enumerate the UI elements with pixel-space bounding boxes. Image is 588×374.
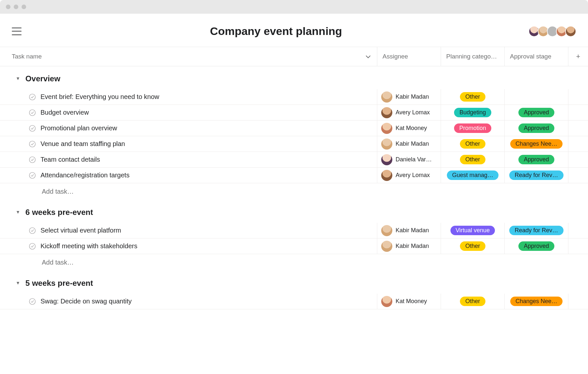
- task-row[interactable]: Kickoff meeting with stakeholdersKabir M…: [0, 238, 588, 254]
- stage-pill: Approved: [518, 123, 554, 133]
- section-title: 5 weeks pre-event: [25, 279, 93, 288]
- task-row[interactable]: Attendance/registration targetsAvery Lom…: [0, 168, 588, 183]
- category-cell[interactable]: Promotion: [441, 121, 505, 136]
- task-title-cell[interactable]: Team contact details: [0, 152, 377, 167]
- stage-cell[interactable]: Approved: [505, 152, 568, 167]
- task-title-cell[interactable]: Select virtual event platform: [0, 223, 377, 238]
- stage-cell[interactable]: Changes Nee…: [505, 136, 568, 152]
- triangle-down-icon[interactable]: ▼: [16, 76, 20, 81]
- section-header[interactable]: ▼6 weeks pre-event: [0, 200, 588, 223]
- task-title-cell[interactable]: Budget overview: [0, 105, 377, 120]
- svg-point-4: [29, 156, 35, 162]
- assignee-cell[interactable]: Avery Lomax: [377, 168, 441, 183]
- row-spacer: [568, 136, 588, 152]
- task-row[interactable]: Promotional plan overviewKat MooneyPromo…: [0, 121, 588, 136]
- stage-cell[interactable]: Ready for Rev…: [505, 168, 568, 183]
- task-title: Budget overview: [41, 109, 89, 116]
- check-circle-icon[interactable]: [29, 109, 36, 116]
- task-title-cell[interactable]: Event brief: Everything you need to know: [0, 89, 377, 105]
- column-planning-category[interactable]: Planning catego…: [441, 47, 505, 66]
- category-cell[interactable]: Other: [441, 238, 505, 254]
- avatar[interactable]: [565, 26, 576, 37]
- window-control-zoom[interactable]: [22, 5, 26, 9]
- category-pill: Promotion: [454, 123, 491, 133]
- stage-pill: Changes Nee…: [510, 297, 563, 306]
- task-row[interactable]: Team contact detailsDaniela Var…OtherApp…: [0, 152, 588, 168]
- column-approval-stage[interactable]: Approval stage: [505, 47, 568, 66]
- menu-icon[interactable]: [12, 27, 22, 35]
- category-cell[interactable]: Other: [441, 294, 505, 309]
- assignee-name: Daniela Var…: [396, 156, 432, 163]
- category-cell[interactable]: Guest manag…: [441, 168, 505, 183]
- assignee-cell[interactable]: Kat Mooney: [377, 121, 441, 136]
- category-pill: Other: [460, 92, 485, 102]
- category-cell[interactable]: Other: [441, 136, 505, 152]
- section-header[interactable]: ▼5 weeks pre-event: [0, 271, 588, 294]
- task-title: Kickoff meeting with stakeholders: [41, 242, 137, 250]
- column-task-name[interactable]: Task name: [0, 47, 377, 66]
- task-title-cell[interactable]: Venue and team staffing plan: [0, 136, 377, 152]
- stage-pill: Approved: [518, 108, 554, 117]
- check-circle-icon[interactable]: [29, 93, 36, 101]
- svg-point-3: [29, 141, 35, 147]
- add-column-button[interactable]: +: [568, 47, 588, 66]
- task-title: Event brief: Everything you need to know: [41, 93, 159, 101]
- check-circle-icon[interactable]: [29, 243, 36, 250]
- chevron-down-icon[interactable]: [366, 53, 370, 60]
- project-members[interactable]: [531, 26, 576, 37]
- column-planning-category-label: Planning catego…: [446, 53, 497, 60]
- avatar: [381, 170, 392, 181]
- triangle-down-icon[interactable]: ▼: [16, 280, 20, 285]
- task-row[interactable]: Venue and team staffing planKabir MadanO…: [0, 136, 588, 152]
- svg-point-2: [29, 125, 35, 131]
- section-header[interactable]: ▼Overview: [0, 66, 588, 89]
- task-title-cell[interactable]: Swag: Decide on swag quantity: [0, 294, 377, 309]
- window-control-close[interactable]: [6, 5, 10, 9]
- category-cell[interactable]: Other: [441, 152, 505, 167]
- check-circle-icon[interactable]: [29, 156, 36, 163]
- column-assignee[interactable]: Assignee: [377, 47, 441, 66]
- category-cell[interactable]: Other: [441, 89, 505, 105]
- check-circle-icon[interactable]: [29, 227, 36, 234]
- task-row[interactable]: Budget overviewAvery LomaxBudgetingAppro…: [0, 105, 588, 121]
- task-title-cell[interactable]: Promotional plan overview: [0, 121, 377, 136]
- stage-cell[interactable]: Approved: [505, 121, 568, 136]
- stage-cell[interactable]: [505, 89, 568, 105]
- task-row[interactable]: Swag: Decide on swag quantityKat MooneyO…: [0, 294, 588, 309]
- assignee-name: Kat Mooney: [396, 125, 427, 132]
- task-title: Promotional plan overview: [41, 124, 117, 132]
- check-circle-icon[interactable]: [29, 140, 36, 148]
- stage-cell[interactable]: Approved: [505, 105, 568, 120]
- assignee-cell[interactable]: Kabir Madan: [377, 89, 441, 105]
- category-cell[interactable]: Virtual venue: [441, 223, 505, 238]
- task-title: Attendance/registration targets: [41, 171, 129, 179]
- stage-cell[interactable]: Approved: [505, 238, 568, 254]
- stage-pill: Changes Nee…: [510, 139, 563, 149]
- check-circle-icon[interactable]: [29, 125, 36, 132]
- stage-cell[interactable]: Ready for Rev…: [505, 223, 568, 238]
- row-spacer: [568, 168, 588, 183]
- column-assignee-label: Assignee: [383, 53, 408, 60]
- task-title-cell[interactable]: Attendance/registration targets: [0, 168, 377, 183]
- page-header: Company event planning: [0, 14, 588, 47]
- assignee-cell[interactable]: Kat Mooney: [377, 294, 441, 309]
- window-control-minimize[interactable]: [14, 5, 18, 9]
- assignee-cell[interactable]: Daniela Var…: [377, 152, 441, 167]
- avatar: [381, 154, 392, 165]
- assignee-cell[interactable]: Avery Lomax: [377, 105, 441, 120]
- triangle-down-icon[interactable]: ▼: [16, 209, 20, 215]
- assignee-cell[interactable]: Kabir Madan: [377, 223, 441, 238]
- add-task-button[interactable]: Add task…: [0, 183, 588, 200]
- assignee-cell[interactable]: Kabir Madan: [377, 238, 441, 254]
- check-circle-icon[interactable]: [29, 298, 36, 305]
- section-title: Overview: [25, 74, 60, 83]
- check-circle-icon[interactable]: [29, 172, 36, 179]
- add-task-button[interactable]: Add task…: [0, 254, 588, 271]
- stage-pill: Ready for Rev…: [509, 171, 563, 180]
- assignee-cell[interactable]: Kabir Madan: [377, 136, 441, 152]
- stage-cell[interactable]: Changes Nee…: [505, 294, 568, 309]
- task-row[interactable]: Select virtual event platformKabir Madan…: [0, 223, 588, 238]
- category-cell[interactable]: Budgeting: [441, 105, 505, 120]
- task-row[interactable]: Event brief: Everything you need to know…: [0, 89, 588, 105]
- task-title-cell[interactable]: Kickoff meeting with stakeholders: [0, 238, 377, 254]
